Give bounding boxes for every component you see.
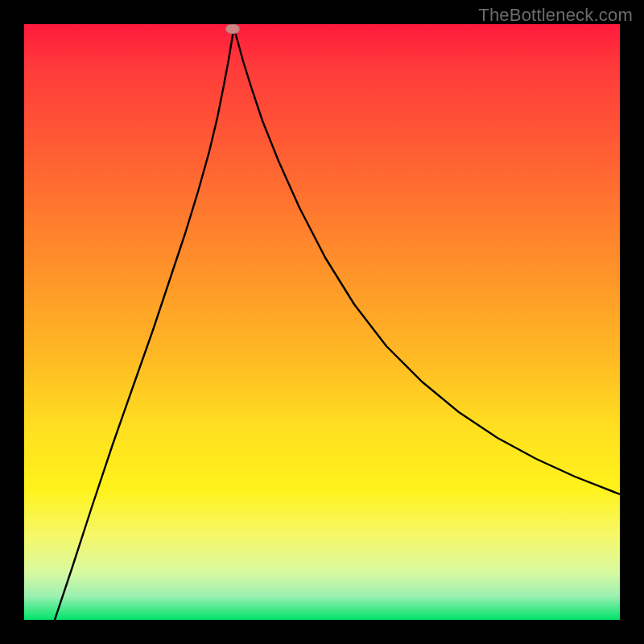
chart-container: TheBottleneck.com (0, 0, 644, 644)
bottleneck-curve-path (55, 31, 620, 620)
optimal-point-marker (225, 24, 240, 34)
watermark-text: TheBottleneck.com (478, 5, 633, 26)
curve-svg (24, 24, 620, 620)
plot-area (24, 24, 620, 620)
